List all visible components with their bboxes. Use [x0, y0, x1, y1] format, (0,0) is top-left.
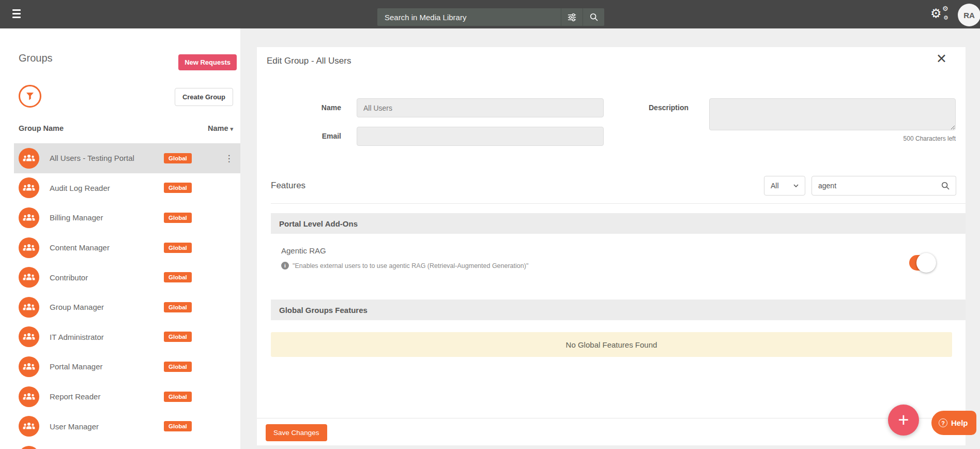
table-row[interactable]: Audit Log Reader Global [14, 173, 240, 203]
sort-label: Name [208, 124, 228, 132]
email-label: Email [288, 132, 341, 140]
section-header-global-groups: Global Groups Features [271, 300, 966, 320]
group-avatar-icon [19, 177, 39, 198]
global-badge: Global [164, 392, 192, 402]
group-description-field[interactable] [709, 98, 956, 130]
global-badge: Global [164, 213, 192, 223]
group-name: User Manager [50, 422, 99, 431]
group-name: Content Manager [50, 243, 110, 252]
group-name: Billing Manager [50, 213, 103, 222]
group-email-field[interactable] [357, 127, 604, 146]
kebab-menu-icon[interactable]: ⋮ [223, 153, 235, 163]
description-label: Description [649, 103, 688, 112]
edit-group-panel: Edit Group - All Users ✕ Name Email Desc… [257, 47, 966, 445]
help-label: Help [951, 418, 968, 427]
info-icon: i [281, 262, 289, 270]
create-group-button[interactable]: Create Group [175, 88, 233, 106]
group-avatar-icon [19, 446, 39, 449]
global-badge: Global [164, 183, 192, 193]
gear-icon: ⚙ [930, 7, 942, 20]
gear-icon: ⚙ [943, 15, 948, 21]
group-name: Audit Log Reader [50, 184, 110, 192]
list-header: Group Name Name▾ [19, 124, 233, 132]
group-name: Report Reader [50, 392, 100, 401]
sort-by-name-control[interactable]: Name▾ [208, 124, 233, 132]
table-row[interactable]: Portal Manager Global [14, 352, 240, 382]
groups-sidebar: Groups New Requests Create Group Group N… [0, 28, 240, 449]
characters-left-hint: 500 Characters left [709, 135, 956, 142]
group-avatar-icon [19, 148, 39, 169]
divider [257, 418, 966, 418]
column-group-name: Group Name [19, 124, 64, 132]
group-avatar-icon [19, 326, 39, 347]
feature-name: Agentic RAG [281, 246, 326, 255]
feature-description: "Enables external users to to use agenti… [293, 262, 528, 270]
table-row-partial[interactable] [14, 441, 240, 449]
group-avatar-icon [19, 356, 39, 377]
save-changes-button[interactable]: Save Changes [266, 424, 327, 441]
table-row[interactable]: IT Administrator Global [14, 322, 240, 352]
group-name-field[interactable] [357, 98, 604, 117]
features-category-select[interactable]: All [764, 176, 805, 196]
global-badge: Global [164, 421, 192, 431]
panel-title: Edit Group - All Users [267, 56, 351, 66]
features-title: Features [271, 181, 305, 191]
search-icon[interactable] [583, 8, 604, 26]
help-button[interactable]: ? Help [931, 411, 976, 435]
global-badge: Global [164, 362, 192, 372]
empty-state-notice: No Global Features Found [271, 332, 952, 357]
table-row[interactable]: Report Reader Global [14, 382, 240, 412]
main-area: Edit Group - All Users ✕ Name Email Desc… [240, 28, 980, 449]
group-name: Group Manager [50, 303, 104, 311]
search-input[interactable] [377, 8, 561, 26]
search-filters-icon[interactable] [561, 8, 583, 26]
close-icon[interactable]: ✕ [936, 51, 947, 66]
group-name: Contributor [50, 273, 88, 282]
global-badge: Global [164, 332, 192, 342]
table-row[interactable]: Billing Manager Global [14, 203, 240, 233]
agentic-rag-toggle[interactable] [909, 255, 934, 271]
app: ⚙ ⚙ ⚙ RA Groups New Requests Create Grou… [0, 0, 980, 449]
table-row[interactable]: All Users - Testing Portal Global ⋮ [14, 143, 240, 173]
features-search-button[interactable] [935, 176, 956, 196]
table-row[interactable]: User Manager Global [14, 411, 240, 441]
filter-button[interactable] [19, 85, 41, 108]
selected-category: All [771, 182, 779, 190]
top-bar: ⚙ ⚙ ⚙ RA [0, 0, 980, 28]
gear-icon: ⚙ [942, 5, 948, 12]
global-badge: Global [164, 272, 192, 282]
section-header-portal-addons: Portal Level Add-Ons [271, 213, 966, 234]
search-icon [941, 181, 950, 190]
group-avatar-icon [19, 207, 39, 228]
funnel-icon [25, 91, 35, 101]
global-badge: Global [164, 302, 192, 312]
table-row[interactable]: Group Manager Global [14, 292, 240, 322]
group-name: IT Administrator [50, 333, 104, 341]
add-fab-button[interactable]: + [888, 405, 919, 436]
admin-settings-gears-icon[interactable]: ⚙ ⚙ ⚙ [930, 4, 953, 25]
group-list: All Users - Testing Portal Global ⋮ Audi… [14, 143, 240, 449]
new-requests-button[interactable]: New Requests [178, 54, 237, 70]
features-search-input[interactable] [811, 176, 935, 196]
media-library-search [377, 8, 604, 26]
user-avatar[interactable]: RA [958, 4, 980, 26]
toggle-knob [916, 253, 936, 273]
table-row[interactable]: Content Manager Global [14, 233, 240, 263]
sort-down-arrow-icon: ▾ [230, 126, 233, 132]
page-title: Groups [19, 52, 53, 64]
hamburger-menu-icon[interactable] [12, 9, 24, 19]
feature-info: i "Enables external users to to use agen… [281, 262, 528, 270]
table-row[interactable]: Contributor Global [14, 262, 240, 292]
group-avatar-icon [19, 297, 39, 318]
global-badge: Global [164, 243, 192, 253]
group-name: All Users - Testing Portal [50, 154, 134, 162]
question-icon: ? [939, 418, 947, 427]
group-avatar-icon [19, 386, 39, 407]
global-badge: Global [164, 153, 192, 163]
group-avatar-icon [19, 267, 39, 288]
divider [271, 203, 966, 204]
group-avatar-icon [19, 416, 39, 437]
name-label: Name [288, 103, 341, 112]
group-name: Portal Manager [50, 362, 103, 371]
chevron-down-icon [793, 184, 799, 187]
